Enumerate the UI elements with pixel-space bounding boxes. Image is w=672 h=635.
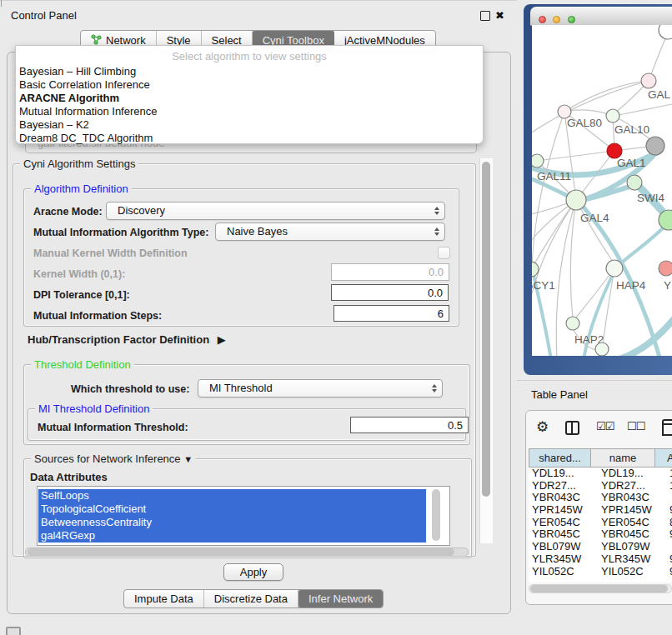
table-row[interactable]: YDL19...YDL19...13 bbox=[529, 468, 672, 480]
mi-steps-label: Mutual Information Steps: bbox=[33, 310, 162, 322]
combo-spinner-icon bbox=[434, 202, 439, 219]
table-row[interactable]: YBR045CYBR045C9. bbox=[529, 528, 672, 541]
table-row[interactable]: YBL079WYBL079W bbox=[529, 541, 672, 553]
new-table-icon[interactable] bbox=[662, 419, 672, 436]
data-attributes-label: Data Attributes bbox=[30, 471, 108, 483]
settings-scrollbar[interactable] bbox=[479, 158, 493, 543]
settings-scrollbar-thumb[interactable] bbox=[482, 162, 490, 497]
table-cell: YBL079W bbox=[594, 541, 665, 553]
node-label: GAL bbox=[648, 88, 671, 101]
float-window-icon[interactable] bbox=[480, 11, 490, 21]
algorithm-option-mutual-information-inference[interactable]: Mutual Information Inference bbox=[16, 105, 483, 118]
network-window-titlebar[interactable] bbox=[530, 7, 672, 26]
algorithm-option-aracne-algorithm[interactable]: ARACNE Algorithm bbox=[16, 92, 483, 105]
mi-threshold-field[interactable]: 0.5 bbox=[350, 417, 469, 433]
table-cell: YBR043C bbox=[529, 492, 594, 504]
sources-hscrollbar-thumb[interactable] bbox=[28, 548, 454, 556]
apply-button[interactable]: Apply bbox=[223, 563, 283, 581]
algorithm-option-dream8-dc-tdc-algorithm[interactable]: Dream8 DC_TDC Algorithm bbox=[16, 132, 483, 145]
table-cell bbox=[665, 541, 672, 553]
table-row[interactable]: YLR345WYLR345W9. bbox=[529, 553, 672, 566]
table-row[interactable]: YPR145WYPR145W9. bbox=[529, 504, 672, 517]
table-cell: YLR345W bbox=[529, 553, 594, 566]
node-gal10[interactable] bbox=[606, 109, 619, 122]
hub-definition-expander[interactable]: Hub/Transcription Factor Definition ▶ bbox=[28, 333, 226, 346]
node-hap2[interactable] bbox=[566, 317, 579, 330]
combo-spinner-icon bbox=[434, 223, 439, 240]
zoom-traffic-light-icon[interactable] bbox=[568, 16, 575, 23]
aracne-mode-combo[interactable]: Discovery bbox=[106, 202, 445, 220]
tab-discretize-data[interactable]: Discretize Data bbox=[204, 590, 298, 608]
node-hap4[interactable] bbox=[606, 260, 623, 277]
column-header-shared-[interactable]: shared... bbox=[529, 448, 591, 468]
algorithm-option-basic-correlation-inference[interactable]: Basic Correlation Inference bbox=[16, 78, 483, 92]
algorithm-option-bayesian-k2[interactable]: Bayesian – K2 bbox=[16, 118, 483, 132]
table-cell: YBR045C bbox=[594, 528, 665, 541]
column-header-a[interactable]: A bbox=[655, 448, 672, 468]
close-traffic-light-icon[interactable] bbox=[539, 16, 546, 23]
node-gal4[interactable] bbox=[566, 190, 586, 210]
sources-title[interactable]: Sources for Network Inference ▼ bbox=[31, 452, 196, 466]
table-row[interactable]: YER054CYER054C8. bbox=[529, 517, 672, 529]
select-all-columns-icon[interactable]: ☑☑ bbox=[596, 420, 614, 432]
algorithm-option-bayesian-hill-climbing[interactable]: Bayesian – Hill Climbing bbox=[16, 65, 483, 78]
table-row[interactable]: YDR27...YDR27...12 bbox=[529, 480, 672, 492]
close-panel-icon[interactable]: ✖ bbox=[495, 10, 504, 21]
list-scrollbar-thumb[interactable] bbox=[432, 489, 440, 541]
table-cell: YDR27... bbox=[529, 480, 594, 492]
table-cell: 9. bbox=[665, 566, 672, 578]
attribute-item-selfloops[interactable]: SelfLoops bbox=[38, 489, 426, 502]
tab-infer-network[interactable]: Infer Network bbox=[298, 590, 383, 608]
table-header-row: shared...nameA bbox=[529, 448, 672, 468]
network-graph[interactable]: GALGAL80GAL10GAL1GAL11SWI4GAL4GCY1HAP4YH… bbox=[532, 25, 672, 356]
minimize-traffic-light-icon[interactable] bbox=[553, 16, 560, 23]
algorithm-dropdown-popup: Select algorithm to view settings Bayesi… bbox=[15, 45, 484, 144]
top-left-tick bbox=[1, 0, 2, 7]
table-cell: YDR27... bbox=[594, 480, 665, 492]
control-panel-title: Control Panel bbox=[11, 9, 77, 22]
table-cell: YER054C bbox=[529, 517, 594, 529]
table-cell: YDL19... bbox=[594, 468, 665, 480]
node-label: GCY1 bbox=[532, 279, 555, 292]
node-circle[interactable] bbox=[646, 137, 664, 155]
threshold-definition-title: Threshold Definition bbox=[31, 358, 134, 371]
node-swi4[interactable] bbox=[627, 175, 642, 190]
node-label: HAP4 bbox=[616, 279, 646, 292]
mi-algorithm-type-combo[interactable]: Naive Bayes bbox=[215, 222, 445, 241]
table-hscrollbar[interactable] bbox=[529, 584, 672, 593]
table-row[interactable]: YIL052CYIL052C9. bbox=[529, 566, 672, 578]
node-circle[interactable] bbox=[659, 25, 672, 39]
node-gal[interactable] bbox=[641, 73, 656, 88]
data-attributes-list[interactable]: SelfLoopsTopologicalCoefficientBetweenne… bbox=[37, 486, 450, 546]
which-threshold-label: Which threshold to use: bbox=[71, 383, 189, 395]
dpi-tolerance-field[interactable]: 0.0 bbox=[331, 284, 449, 301]
mi-steps-field[interactable]: 6 bbox=[333, 305, 449, 322]
table-row[interactable]: YBR043CYBR043C bbox=[529, 492, 672, 504]
table-cell: 9. bbox=[665, 553, 672, 566]
manual-kernel-width-label: Manual Kernel Width Definition bbox=[33, 248, 188, 259]
unselect-all-columns-icon[interactable]: ☐☐ bbox=[627, 420, 644, 432]
column-header-name[interactable]: name bbox=[591, 448, 655, 468]
dock-panel-icon[interactable] bbox=[6, 627, 21, 635]
kernel-width-field[interactable]: 0.0 bbox=[331, 263, 449, 281]
node-gal11[interactable] bbox=[532, 154, 544, 168]
attribute-item-topologicalcoefficient[interactable]: TopologicalCoefficient bbox=[38, 502, 426, 516]
table-cell: YER054C bbox=[594, 517, 665, 529]
cyni-settings-title: Cyni Algorithm Settings bbox=[20, 158, 138, 170]
manual-kernel-width-checkbox[interactable] bbox=[438, 247, 450, 259]
network-canvas[interactable]: GALGAL80GAL10GAL1GAL11SWI4GAL4GCY1HAP4YH… bbox=[532, 25, 672, 356]
kernel-width-label: Kernel Width (0,1): bbox=[33, 268, 125, 280]
algorithm-placeholder: Select algorithm to view settings bbox=[16, 50, 483, 62]
settings-gear-icon[interactable]: ⚙ bbox=[536, 418, 549, 435]
node-y[interactable] bbox=[659, 261, 672, 276]
node-circle[interactable] bbox=[595, 342, 609, 356]
attribute-item-gal4rgexp[interactable]: gal4RGexp bbox=[38, 529, 426, 542]
table-cell: 8. bbox=[665, 517, 672, 529]
attribute-item-betweennesscentrality[interactable]: BetweennessCentrality bbox=[38, 516, 426, 529]
tab-impute-data[interactable]: Impute Data bbox=[124, 590, 204, 608]
which-threshold-combo[interactable]: MI Threshold bbox=[198, 379, 443, 398]
algorithm-definition-title: Algorithm Definition bbox=[31, 182, 132, 195]
sources-hscrollbar[interactable] bbox=[25, 548, 469, 557]
table-hscrollbar-thumb[interactable] bbox=[530, 585, 668, 592]
split-panel-icon[interactable] bbox=[565, 421, 579, 435]
